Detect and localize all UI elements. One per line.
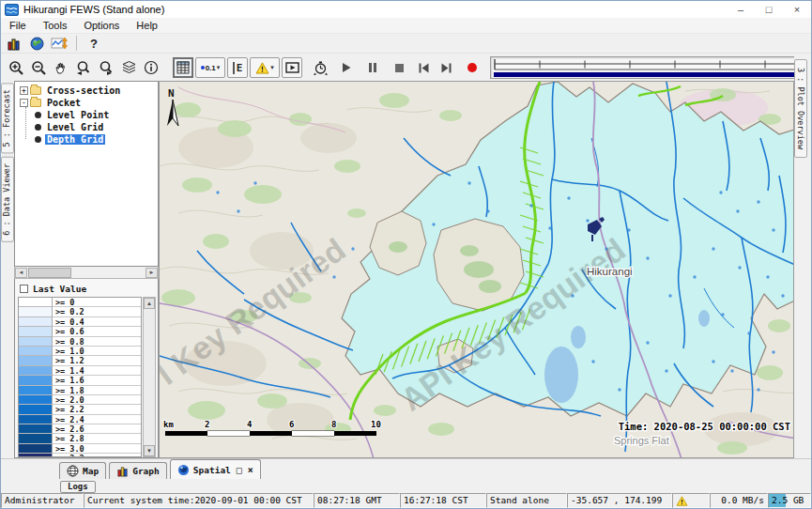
app-window: Hikurangi FEWS (Stand alone) – □ × File …: [0, 0, 812, 509]
legend-class-label: >= 0.6: [53, 327, 141, 336]
menu-help[interactable]: Help: [128, 19, 166, 32]
dock-tab-data-viewer[interactable]: 6 : Data Viewer: [1, 157, 14, 242]
layers-icon[interactable]: [118, 57, 139, 78]
minimize-button[interactable]: –: [727, 1, 755, 18]
step-last-button[interactable]: [436, 57, 456, 78]
legend-swatch: [19, 327, 53, 336]
legend-class-label: >= 3.0: [53, 444, 141, 454]
legend-class-label: >= 1.6: [53, 376, 141, 385]
help-button[interactable]: ?: [84, 35, 103, 52]
pan-hand-icon[interactable]: [51, 57, 71, 78]
legend-class-label: >= 1.0: [53, 347, 141, 356]
svg-text:4: 4: [247, 420, 253, 429]
scrollbar-thumb[interactable]: [28, 268, 71, 278]
stop-button[interactable]: [389, 57, 409, 78]
legend-row: >= 1.4: [19, 366, 141, 376]
legend-swatch: [19, 415, 53, 424]
legend-swatch: [19, 424, 53, 434]
expand-icon[interactable]: +: [20, 86, 28, 95]
menu-file[interactable]: File: [1, 19, 35, 32]
step-first-button[interactable]: [413, 57, 434, 78]
close-button[interactable]: ×: [783, 1, 811, 18]
status-warning[interactable]: [672, 493, 710, 508]
last-value-checkbox[interactable]: [20, 285, 28, 293]
legend-edit-button[interactable]: E: [227, 57, 248, 78]
tree-node-cross-section[interactable]: + Cross-section: [18, 85, 158, 96]
map-viewport[interactable]: API Key Required API Key Required Hikura…: [159, 81, 794, 458]
database-display-icon[interactable]: [5, 35, 23, 52]
legend-scrollbar[interactable]: ▲ ▼: [143, 297, 156, 457]
dock-tab-plot-overview[interactable]: 3 : Plot Overview: [794, 59, 807, 158]
logs-button[interactable]: Logs: [60, 481, 96, 493]
legend-row: >= 2.4: [19, 415, 141, 424]
legend-row: >= 1.2: [19, 356, 141, 365]
scroll-down-icon[interactable]: ▼: [144, 445, 155, 456]
tree-node-depth-grid[interactable]: Depth Grid: [25, 133, 158, 145]
timeseries-display-icon[interactable]: [50, 35, 69, 52]
legend-class-label: >= 2.6: [53, 424, 141, 434]
warning-triangle-icon: [676, 496, 688, 506]
zoom-next-icon[interactable]: [96, 57, 116, 78]
animation-settings-icon[interactable]: [310, 57, 330, 78]
pause-button[interactable]: [362, 57, 383, 78]
legend-class-label: >= 2.2: [53, 405, 141, 414]
grid-display-toggle[interactable]: [173, 57, 193, 78]
timeline-slider[interactable]: [490, 56, 812, 79]
class-interval-dropdown[interactable]: 0.1 ▾: [195, 57, 225, 78]
zoom-out-icon[interactable]: [28, 57, 49, 78]
window-title: Hikurangi FEWS (Stand alone): [23, 4, 164, 15]
scale-unit: km: [163, 420, 174, 429]
play-button[interactable]: [336, 57, 357, 78]
zoom-previous-icon[interactable]: [73, 57, 94, 78]
map-toolbar: 0.1 ▾ E ▾: [1, 54, 794, 82]
layer-bullet-icon: [35, 124, 41, 131]
legend-swatch: [19, 386, 53, 395]
legend-class-label: >= 0: [53, 298, 141, 307]
legend-class-label: >= 2.0: [53, 395, 141, 405]
tree-node-pocket[interactable]: - Pocket: [18, 97, 158, 108]
status-transfer-rate: 0.0 MB/s: [710, 493, 768, 508]
maximize-button[interactable]: □: [755, 1, 783, 18]
scroll-up-icon[interactable]: ▲: [144, 298, 155, 309]
status-gmt-time: 08:27:18 GMT: [314, 493, 400, 508]
tab-graph[interactable]: Graph: [109, 462, 167, 479]
menu-tools[interactable]: Tools: [35, 19, 76, 32]
map-display-icon[interactable]: [27, 35, 46, 52]
legend-row: >= 2.2: [19, 405, 141, 414]
tab-spatial[interactable]: Spatial □ ×: [170, 459, 261, 479]
status-mode: Stand alone: [486, 493, 567, 508]
animation-player-button[interactable]: [282, 57, 302, 78]
legend-row: >= 0.2: [19, 307, 141, 316]
legend-class-label: >= 0.2: [53, 307, 141, 316]
legend-swatch: [19, 454, 53, 457]
toolbar-separator: [76, 36, 77, 51]
tab-map[interactable]: Map: [59, 462, 106, 479]
scroll-right-icon[interactable]: ►: [146, 268, 158, 278]
menu-options[interactable]: Options: [75, 19, 128, 32]
info-icon[interactable]: [141, 57, 161, 78]
tree-node-level-grid[interactable]: Level Grid: [25, 121, 158, 132]
legend-swatch: [19, 395, 53, 405]
main-toolbar: ?: [1, 34, 811, 54]
legend-swatch: [19, 434, 53, 443]
legend-swatch: [19, 405, 53, 414]
legend-row: >= 2.6: [19, 424, 141, 434]
legend-class-label: >= 3.2: [53, 454, 141, 457]
map-canvas[interactable]: API Key Required API Key Required Hikura…: [160, 82, 794, 458]
layers-tree: + Cross-section - Pocket Level Point: [14, 81, 159, 267]
legend-row: >= 0.4: [19, 317, 141, 327]
zoom-in-icon[interactable]: [6, 57, 26, 78]
legend-swatch: [19, 307, 53, 316]
legend-swatch: [19, 366, 53, 376]
dock-tab-forecast[interactable]: 5 : Forecast: [1, 83, 14, 153]
tree-horizontal-scrollbar[interactable]: ◄ ►: [14, 267, 159, 279]
scroll-left-icon[interactable]: ◄: [15, 268, 27, 278]
tab-maximize-icon[interactable]: □: [237, 465, 242, 475]
thresholds-warning-dropdown[interactable]: ▾: [250, 57, 280, 78]
tree-node-level-point[interactable]: Level Point: [25, 109, 158, 120]
record-button[interactable]: [462, 57, 483, 78]
tab-close-icon[interactable]: ×: [248, 465, 253, 475]
legend-class-table: >= 0>= 0.2>= 0.4>= 0.6>= 0.8>= 1.0>= 1.2…: [18, 297, 142, 457]
collapse-icon[interactable]: -: [20, 99, 28, 107]
svg-text:6: 6: [289, 420, 294, 429]
